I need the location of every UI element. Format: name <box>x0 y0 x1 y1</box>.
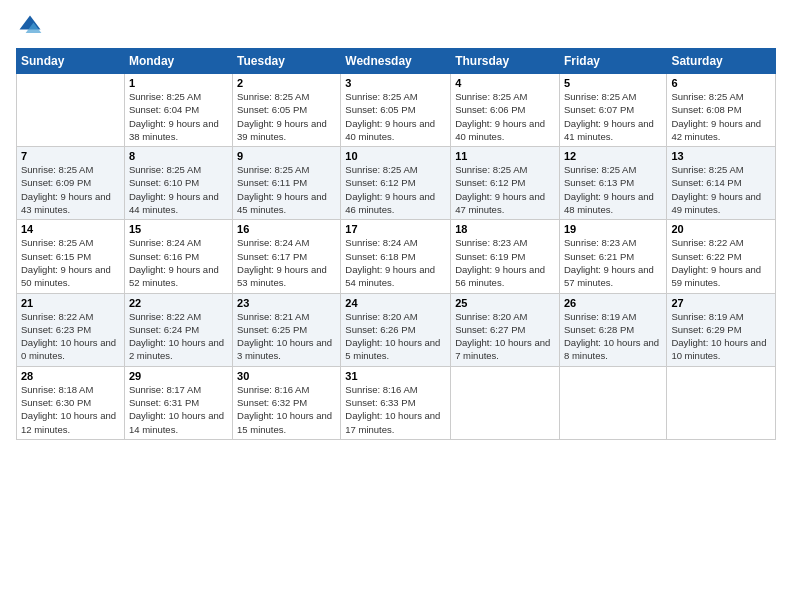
day-info: Sunrise: 8:18 AMSunset: 6:30 PMDaylight:… <box>21 383 120 436</box>
day-cell: 17Sunrise: 8:24 AMSunset: 6:18 PMDayligh… <box>341 220 451 293</box>
logo-icon <box>16 12 44 40</box>
day-cell: 19Sunrise: 8:23 AMSunset: 6:21 PMDayligh… <box>559 220 666 293</box>
day-cell <box>451 366 560 439</box>
day-info: Sunrise: 8:20 AMSunset: 6:27 PMDaylight:… <box>455 310 555 363</box>
logo <box>16 12 48 40</box>
day-info: Sunrise: 8:25 AMSunset: 6:07 PMDaylight:… <box>564 90 662 143</box>
column-header-friday: Friday <box>559 49 666 74</box>
day-info: Sunrise: 8:24 AMSunset: 6:18 PMDaylight:… <box>345 236 446 289</box>
day-cell: 5Sunrise: 8:25 AMSunset: 6:07 PMDaylight… <box>559 74 666 147</box>
day-cell: 1Sunrise: 8:25 AMSunset: 6:04 PMDaylight… <box>124 74 232 147</box>
day-cell: 15Sunrise: 8:24 AMSunset: 6:16 PMDayligh… <box>124 220 232 293</box>
day-info: Sunrise: 8:24 AMSunset: 6:17 PMDaylight:… <box>237 236 336 289</box>
day-info: Sunrise: 8:25 AMSunset: 6:14 PMDaylight:… <box>671 163 771 216</box>
header <box>16 12 776 40</box>
day-number: 3 <box>345 77 446 89</box>
day-info: Sunrise: 8:16 AMSunset: 6:33 PMDaylight:… <box>345 383 446 436</box>
column-header-sunday: Sunday <box>17 49 125 74</box>
day-cell: 11Sunrise: 8:25 AMSunset: 6:12 PMDayligh… <box>451 147 560 220</box>
day-number: 13 <box>671 150 771 162</box>
day-cell: 16Sunrise: 8:24 AMSunset: 6:17 PMDayligh… <box>233 220 341 293</box>
day-info: Sunrise: 8:24 AMSunset: 6:16 PMDaylight:… <box>129 236 228 289</box>
day-number: 30 <box>237 370 336 382</box>
day-number: 27 <box>671 297 771 309</box>
day-cell: 6Sunrise: 8:25 AMSunset: 6:08 PMDaylight… <box>667 74 776 147</box>
day-number: 5 <box>564 77 662 89</box>
day-info: Sunrise: 8:23 AMSunset: 6:19 PMDaylight:… <box>455 236 555 289</box>
day-number: 22 <box>129 297 228 309</box>
page: SundayMondayTuesdayWednesdayThursdayFrid… <box>0 0 792 612</box>
day-info: Sunrise: 8:25 AMSunset: 6:08 PMDaylight:… <box>671 90 771 143</box>
column-header-thursday: Thursday <box>451 49 560 74</box>
day-cell: 25Sunrise: 8:20 AMSunset: 6:27 PMDayligh… <box>451 293 560 366</box>
day-cell: 28Sunrise: 8:18 AMSunset: 6:30 PMDayligh… <box>17 366 125 439</box>
day-cell: 8Sunrise: 8:25 AMSunset: 6:10 PMDaylight… <box>124 147 232 220</box>
day-number: 28 <box>21 370 120 382</box>
week-row-3: 14Sunrise: 8:25 AMSunset: 6:15 PMDayligh… <box>17 220 776 293</box>
day-info: Sunrise: 8:20 AMSunset: 6:26 PMDaylight:… <box>345 310 446 363</box>
day-info: Sunrise: 8:17 AMSunset: 6:31 PMDaylight:… <box>129 383 228 436</box>
day-number: 4 <box>455 77 555 89</box>
day-number: 7 <box>21 150 120 162</box>
day-cell: 4Sunrise: 8:25 AMSunset: 6:06 PMDaylight… <box>451 74 560 147</box>
week-row-5: 28Sunrise: 8:18 AMSunset: 6:30 PMDayligh… <box>17 366 776 439</box>
day-number: 15 <box>129 223 228 235</box>
day-number: 9 <box>237 150 336 162</box>
column-header-monday: Monday <box>124 49 232 74</box>
day-number: 12 <box>564 150 662 162</box>
day-info: Sunrise: 8:19 AMSunset: 6:29 PMDaylight:… <box>671 310 771 363</box>
day-info: Sunrise: 8:25 AMSunset: 6:05 PMDaylight:… <box>237 90 336 143</box>
calendar-header-row: SundayMondayTuesdayWednesdayThursdayFrid… <box>17 49 776 74</box>
day-cell: 22Sunrise: 8:22 AMSunset: 6:24 PMDayligh… <box>124 293 232 366</box>
day-number: 6 <box>671 77 771 89</box>
day-number: 2 <box>237 77 336 89</box>
day-info: Sunrise: 8:25 AMSunset: 6:12 PMDaylight:… <box>455 163 555 216</box>
day-info: Sunrise: 8:22 AMSunset: 6:22 PMDaylight:… <box>671 236 771 289</box>
calendar-table: SundayMondayTuesdayWednesdayThursdayFrid… <box>16 48 776 440</box>
day-number: 23 <box>237 297 336 309</box>
column-header-saturday: Saturday <box>667 49 776 74</box>
day-cell: 12Sunrise: 8:25 AMSunset: 6:13 PMDayligh… <box>559 147 666 220</box>
day-number: 26 <box>564 297 662 309</box>
column-header-wednesday: Wednesday <box>341 49 451 74</box>
day-number: 25 <box>455 297 555 309</box>
day-cell: 18Sunrise: 8:23 AMSunset: 6:19 PMDayligh… <box>451 220 560 293</box>
day-cell: 29Sunrise: 8:17 AMSunset: 6:31 PMDayligh… <box>124 366 232 439</box>
day-number: 29 <box>129 370 228 382</box>
day-cell: 10Sunrise: 8:25 AMSunset: 6:12 PMDayligh… <box>341 147 451 220</box>
day-cell <box>17 74 125 147</box>
day-cell: 13Sunrise: 8:25 AMSunset: 6:14 PMDayligh… <box>667 147 776 220</box>
day-number: 11 <box>455 150 555 162</box>
day-info: Sunrise: 8:19 AMSunset: 6:28 PMDaylight:… <box>564 310 662 363</box>
week-row-4: 21Sunrise: 8:22 AMSunset: 6:23 PMDayligh… <box>17 293 776 366</box>
week-row-1: 1Sunrise: 8:25 AMSunset: 6:04 PMDaylight… <box>17 74 776 147</box>
day-info: Sunrise: 8:25 AMSunset: 6:09 PMDaylight:… <box>21 163 120 216</box>
day-number: 20 <box>671 223 771 235</box>
day-number: 18 <box>455 223 555 235</box>
day-cell: 21Sunrise: 8:22 AMSunset: 6:23 PMDayligh… <box>17 293 125 366</box>
day-info: Sunrise: 8:25 AMSunset: 6:11 PMDaylight:… <box>237 163 336 216</box>
day-number: 8 <box>129 150 228 162</box>
day-info: Sunrise: 8:22 AMSunset: 6:23 PMDaylight:… <box>21 310 120 363</box>
day-info: Sunrise: 8:25 AMSunset: 6:06 PMDaylight:… <box>455 90 555 143</box>
day-cell: 23Sunrise: 8:21 AMSunset: 6:25 PMDayligh… <box>233 293 341 366</box>
day-number: 14 <box>21 223 120 235</box>
column-header-tuesday: Tuesday <box>233 49 341 74</box>
day-number: 17 <box>345 223 446 235</box>
day-number: 16 <box>237 223 336 235</box>
day-info: Sunrise: 8:21 AMSunset: 6:25 PMDaylight:… <box>237 310 336 363</box>
day-info: Sunrise: 8:22 AMSunset: 6:24 PMDaylight:… <box>129 310 228 363</box>
day-cell <box>559 366 666 439</box>
day-number: 31 <box>345 370 446 382</box>
day-cell <box>667 366 776 439</box>
day-info: Sunrise: 8:25 AMSunset: 6:04 PMDaylight:… <box>129 90 228 143</box>
day-info: Sunrise: 8:16 AMSunset: 6:32 PMDaylight:… <box>237 383 336 436</box>
day-cell: 24Sunrise: 8:20 AMSunset: 6:26 PMDayligh… <box>341 293 451 366</box>
day-number: 1 <box>129 77 228 89</box>
day-info: Sunrise: 8:25 AMSunset: 6:15 PMDaylight:… <box>21 236 120 289</box>
day-cell: 31Sunrise: 8:16 AMSunset: 6:33 PMDayligh… <box>341 366 451 439</box>
day-info: Sunrise: 8:25 AMSunset: 6:05 PMDaylight:… <box>345 90 446 143</box>
week-row-2: 7Sunrise: 8:25 AMSunset: 6:09 PMDaylight… <box>17 147 776 220</box>
day-info: Sunrise: 8:25 AMSunset: 6:12 PMDaylight:… <box>345 163 446 216</box>
day-cell: 27Sunrise: 8:19 AMSunset: 6:29 PMDayligh… <box>667 293 776 366</box>
